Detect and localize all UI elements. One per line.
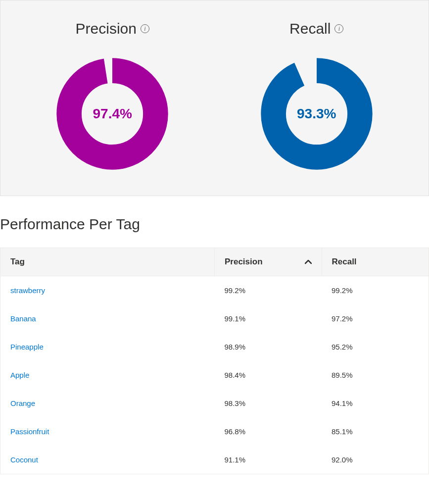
table-row: Coconut91.1%92.0% (0, 446, 429, 474)
recall-title-row: Recall i (289, 20, 343, 37)
recall-label: Recall (289, 20, 331, 37)
column-header-label: Precision (225, 257, 263, 267)
info-icon[interactable]: i (141, 24, 149, 33)
precision-cell: 98.4% (215, 361, 322, 389)
table-row: Banana99.1%97.2% (0, 304, 429, 333)
column-header-label: Recall (332, 257, 357, 266)
tag-link[interactable]: Pineapple (10, 343, 44, 351)
precision-cell: 99.1% (215, 304, 322, 333)
precision-metric: Precision i 97.4% (10, 20, 215, 171)
performance-per-tag-heading: Performance Per Tag (0, 216, 429, 233)
tag-link[interactable]: Orange (10, 399, 35, 407)
table-row: Passionfruit96.8%85.1% (0, 417, 429, 446)
table-row: Apple98.4%89.5% (0, 361, 429, 389)
tag-link[interactable]: Banana (10, 314, 36, 323)
precision-title-row: Precision i (76, 20, 149, 37)
recall-cell: 85.1% (322, 417, 429, 446)
table-row: Orange98.3%94.1% (0, 389, 429, 417)
column-header-precision[interactable]: Precision (215, 248, 322, 276)
tag-link[interactable]: strawberry (10, 286, 45, 295)
table-row: strawberry99.2%99.2% (0, 276, 429, 305)
info-icon[interactable]: i (334, 24, 343, 33)
metrics-panel: Precision i 97.4% Recall i 93.3% (0, 0, 429, 196)
recall-cell: 97.2% (322, 304, 429, 333)
table-header-row: Tag Precision Recall (0, 248, 429, 276)
precision-donut: 97.4% (55, 57, 169, 171)
table-row: Pineapple98.9%95.2% (0, 333, 429, 361)
recall-value: 93.3% (260, 57, 374, 171)
precision-cell: 91.1% (215, 446, 322, 474)
precision-cell: 99.2% (215, 276, 322, 305)
recall-cell: 99.2% (322, 276, 429, 305)
tag-link[interactable]: Coconut (10, 455, 38, 464)
column-header-tag[interactable]: Tag (0, 248, 215, 276)
precision-cell: 96.8% (215, 417, 322, 446)
recall-cell: 89.5% (322, 361, 429, 389)
recall-metric: Recall i 93.3% (215, 20, 419, 171)
recall-donut: 93.3% (260, 57, 374, 171)
performance-table: Tag Precision Recall strawberry99.2%99.2… (0, 248, 429, 474)
precision-cell: 98.9% (215, 333, 322, 361)
tag-link[interactable]: Passionfruit (10, 427, 49, 436)
precision-label: Precision (76, 20, 137, 37)
precision-cell: 98.3% (215, 389, 322, 417)
column-header-label: Tag (10, 257, 25, 266)
tag-link[interactable]: Apple (10, 371, 29, 379)
recall-cell: 94.1% (322, 389, 429, 417)
precision-value: 97.4% (55, 57, 169, 171)
sort-caret-up-icon (305, 258, 312, 265)
column-header-recall[interactable]: Recall (322, 248, 429, 276)
recall-cell: 95.2% (322, 333, 429, 361)
recall-cell: 92.0% (322, 446, 429, 474)
